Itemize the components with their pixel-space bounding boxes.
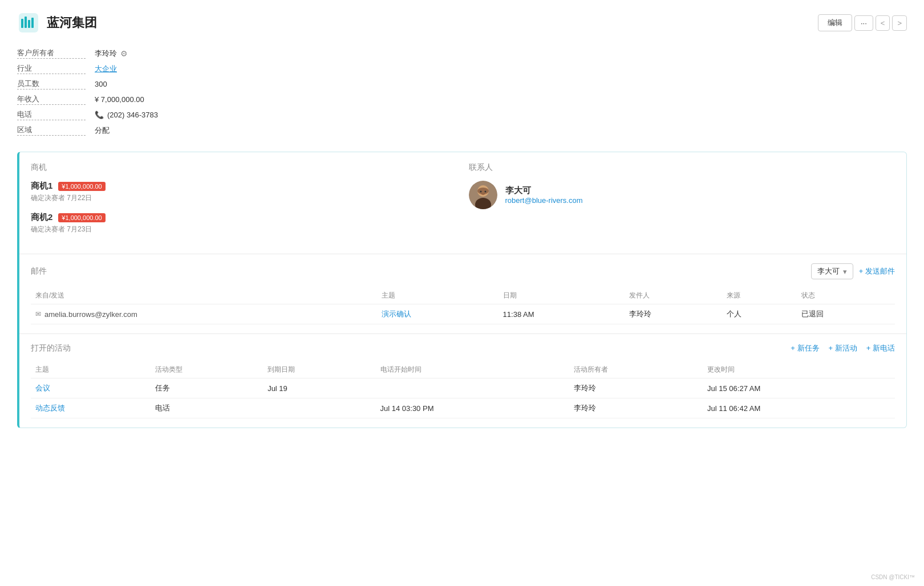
panel-top: 商机 商机1 ¥1,000,000.00 确定决赛者 7月22日 商机2 ¥1,… (19, 152, 906, 254)
email-table: 来自/发送 主题 日期 发件人 来源 状态 ✉ amelia.burrows@z (31, 287, 895, 324)
act-1-type: 任务 (151, 379, 263, 398)
act-col-due: 到期日期 (263, 361, 375, 379)
industry-value: 大企业 (95, 63, 907, 74)
act-2-subject: 动态反馈 (31, 398, 151, 418)
email-row-1: ✉ amelia.burrows@zylker.com 演示确认 11:38 A… (31, 304, 895, 324)
contacts-title: 联系人 (469, 162, 895, 173)
opportunity-item-1: 商机1 ¥1,000,000.00 确定决赛者 7月22日 (31, 181, 457, 203)
header-left: 蓝河集团 (17, 11, 97, 34)
opp-1-name[interactable]: 商机1 (31, 181, 52, 192)
region-value: 分配 (95, 125, 907, 136)
email-sender: 李玲玲 (625, 304, 723, 324)
opp-1-header: 商机1 ¥1,000,000.00 (31, 181, 457, 192)
phone-icon: 📞 (95, 111, 104, 119)
email-icon: ✉ (35, 310, 41, 318)
email-from: ✉ amelia.burrows@zylker.com (31, 304, 377, 324)
opp-1-sub: 确定决赛者 7月22日 (31, 193, 457, 203)
activity-header: 打开的活动 + 新任务 + 新活动 + 新电话 (31, 343, 895, 353)
activity-section: 打开的活动 + 新任务 + 新活动 + 新电话 主题 活动类型 到期日期 电话开… (19, 334, 906, 428)
employee-label: 员工数 (17, 79, 86, 89)
email-section: 邮件 李大可 ▾ + 发送邮件 来自/发送 主题 日期 发件人 (19, 254, 906, 334)
col-subject: 主题 (377, 287, 498, 304)
activity-row-1: 会议 任务 Jul 19 李玲玲 Jul 15 06:27 AM (31, 379, 895, 398)
opportunities-title: 商机 (31, 162, 457, 173)
act-2-modified: Jul 11 06:42 AM (703, 398, 895, 418)
info-section: 客户所有者 李玲玲 ⚙ 行业 大企业 员工数 300 年收入 ¥ 7,000,0… (17, 48, 907, 136)
prev-button[interactable]: < (876, 15, 890, 31)
industry-label: 行业 (17, 63, 86, 74)
edit-button[interactable]: 编辑 (818, 14, 852, 31)
svg-point-9 (480, 191, 481, 193)
act-1-modified: Jul 15 06:27 AM (703, 379, 895, 398)
send-email-link[interactable]: + 发送邮件 (859, 266, 895, 276)
main-panel: 商机 商机1 ¥1,000,000.00 确定决赛者 7月22日 商机2 ¥1,… (17, 152, 907, 428)
new-task-link[interactable]: + 新任务 (791, 343, 819, 353)
contacts-section: 联系人 (469, 162, 895, 243)
svg-rect-4 (31, 18, 34, 28)
contact-avatar (469, 181, 497, 209)
opportunities-section: 商机 商机1 ¥1,000,000.00 确定决赛者 7月22日 商机2 ¥1,… (31, 162, 457, 243)
opp-2-sub: 确定决赛者 7月23日 (31, 225, 457, 234)
email-actions: 李大可 ▾ + 发送邮件 (811, 263, 895, 279)
company-logo-icon (17, 11, 40, 34)
col-date: 日期 (499, 287, 625, 304)
email-subject: 演示确认 (377, 304, 498, 324)
svg-point-10 (484, 191, 486, 193)
activity-row-2: 动态反馈 电话 Jul 14 03:30 PM 李玲玲 Jul 11 06:42… (31, 398, 895, 418)
contact-name[interactable]: 李大可 (505, 185, 583, 196)
opp-1-badge: ¥1,000,000.00 (58, 182, 105, 191)
revenue-label: 年收入 (17, 94, 86, 105)
act-2-call: Jul 14 03:30 PM (376, 398, 569, 418)
phone-label: 电话 (17, 109, 86, 120)
contact-dropdown[interactable]: 李大可 ▾ (811, 263, 853, 279)
act-col-owner: 活动所有者 (569, 361, 703, 379)
owner-label: 客户所有者 (17, 48, 86, 59)
act-2-type: 电话 (151, 398, 263, 418)
activity-actions: + 新任务 + 新活动 + 新电话 (791, 343, 895, 353)
activity-section-title: 打开的活动 (31, 343, 71, 353)
opp-2-name[interactable]: 商机2 (31, 212, 52, 223)
col-from-to: 来自/发送 (31, 287, 377, 304)
more-button[interactable]: ··· (854, 15, 873, 31)
revenue-value: ¥ 7,000,000.00 (95, 94, 907, 105)
phone-value: 📞 (202) 346-3783 (95, 109, 907, 120)
act-2-owner: 李玲玲 (569, 398, 703, 418)
act-1-due: Jul 19 (263, 379, 375, 398)
opportunity-item-2: 商机2 ¥1,000,000.00 确定决赛者 7月23日 (31, 212, 457, 234)
act-col-modified: 更改时间 (703, 361, 895, 379)
owner-icon: ⚙ (120, 49, 128, 58)
page-header: 蓝河集团 编辑 ··· < > (17, 11, 907, 34)
contact-email[interactable]: robert@blue-rivers.com (505, 196, 583, 205)
opp-2-header: 商机2 ¥1,000,000.00 (31, 212, 457, 223)
owner-value: 李玲玲 ⚙ (95, 48, 907, 59)
act-1-owner: 李玲玲 (569, 379, 703, 398)
contact-item-1: 李大可 robert@blue-rivers.com (469, 181, 895, 209)
act-2-due (263, 398, 375, 418)
activity-table: 主题 活动类型 到期日期 电话开始时间 活动所有者 更改时间 会议 任务 (31, 361, 895, 418)
new-call-link[interactable]: + 新电话 (866, 343, 895, 353)
company-name: 蓝河集团 (47, 14, 97, 31)
svg-point-7 (477, 188, 489, 194)
email-header: 邮件 李大可 ▾ + 发送邮件 (31, 263, 895, 279)
contact-info: 李大可 robert@blue-rivers.com (505, 185, 583, 205)
email-status: 已退回 (797, 304, 895, 324)
col-sender: 发件人 (625, 287, 723, 304)
svg-rect-1 (21, 19, 23, 28)
region-label: 区域 (17, 125, 86, 136)
new-activity-link[interactable]: + 新活动 (829, 343, 857, 353)
email-section-title: 邮件 (31, 266, 47, 276)
svg-rect-3 (28, 20, 30, 28)
act-col-type: 活动类型 (151, 361, 263, 379)
email-table-header: 来自/发送 主题 日期 发件人 来源 状态 (31, 287, 895, 304)
chevron-down-icon: ▾ (843, 267, 847, 276)
act-1-subject: 会议 (31, 379, 151, 398)
next-button[interactable]: > (892, 15, 907, 31)
email-source: 个人 (722, 304, 797, 324)
col-source: 来源 (722, 287, 797, 304)
col-status: 状态 (797, 287, 895, 304)
act-1-call (376, 379, 569, 398)
opp-2-badge: ¥1,000,000.00 (58, 213, 105, 222)
svg-rect-2 (25, 17, 27, 28)
email-date: 11:38 AM (499, 304, 625, 324)
watermark: CSDN @TICKI™ (871, 574, 915, 580)
